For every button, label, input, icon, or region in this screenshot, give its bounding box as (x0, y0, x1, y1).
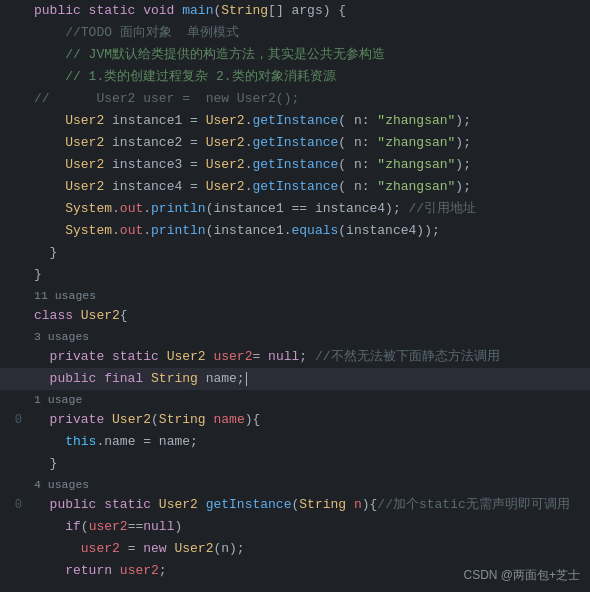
code-line-6: User2 instance1 = User2.getInstance( n: … (0, 110, 590, 132)
code-line-constructor: 0 private User2(String name){ (0, 409, 590, 431)
line-content-class: class User2{ (30, 306, 590, 326)
usage-line-3: 3 usages (0, 327, 590, 346)
watermark: CSDN @两面包+芝士 (463, 567, 580, 584)
usage-text-4: 4 usages (30, 478, 89, 491)
line-content-4: // 1.类的创建过程复杂 2.类的对象消耗资源 (30, 67, 590, 87)
code-line-11: System.out.println(instance1.equals(inst… (0, 220, 590, 242)
code-line-12: } (0, 242, 590, 264)
line-content-9: User2 instance4 = User2.getInstance( n: … (30, 177, 590, 197)
line-content-3: // JVM默认给类提供的构造方法，其实是公共无参构造 (30, 45, 590, 65)
usage-line-4: 4 usages (0, 475, 590, 494)
code-editor: public static void main(String[] args) {… (0, 0, 590, 592)
line-content-5: // User2 user = new User2(); (30, 89, 590, 109)
line-content-newuser2: user2 = new User2(n); (30, 539, 590, 559)
usage-text-11: 11 usages (30, 289, 96, 302)
line-content-this: this.name = name; (30, 432, 590, 452)
line-content-7: User2 instance2 = User2.getInstance( n: … (30, 133, 590, 153)
code-line-if: if(user2==null) (0, 516, 590, 538)
code-line-5: // User2 user = new User2(); (0, 88, 590, 110)
code-line-8: User2 instance3 = User2.getInstance( n: … (0, 154, 590, 176)
code-line-13: } (0, 264, 590, 286)
code-line-name: public final String name; (0, 368, 590, 390)
line-content-11: System.out.println(instance1.equals(inst… (30, 221, 590, 241)
line-content-close-constructor: } (30, 454, 590, 474)
code-line-4: // 1.类的创建过程复杂 2.类的对象消耗资源 (0, 66, 590, 88)
usage-line-1: 1 usage (0, 390, 590, 409)
code-line-7: User2 instance2 = User2.getInstance( n: … (0, 132, 590, 154)
code-line-user2: private static User2 user2= null; //不然无法… (0, 346, 590, 368)
line-content-12: } (30, 243, 590, 263)
line-content-6: User2 instance1 = User2.getInstance( n: … (30, 111, 590, 131)
usage-text-1: 1 usage (30, 393, 82, 406)
code-line-class: class User2{ (0, 305, 590, 327)
usage-text-3: 3 usages (30, 330, 89, 343)
line-content-10: System.out.println(instance1 == instance… (30, 199, 590, 219)
line-content-user2: private static User2 user2= null; //不然无法… (30, 347, 590, 367)
code-line-close-constructor: } (0, 453, 590, 475)
line-content-name: public final String name; (30, 369, 590, 389)
line-content-getinstance: public static User2 getInstance(String n… (30, 495, 590, 515)
code-line-9: User2 instance4 = User2.getInstance( n: … (0, 176, 590, 198)
line-content-if: if(user2==null) (30, 517, 590, 537)
code-line-2: //TODO 面向对象 单例模式 (0, 22, 590, 44)
code-line-getinstance: 0 public static User2 getInstance(String… (0, 494, 590, 516)
code-line-3: // JVM默认给类提供的构造方法，其实是公共无参构造 (0, 44, 590, 66)
line-content-13: } (30, 265, 590, 285)
line-content-8: User2 instance3 = User2.getInstance( n: … (30, 155, 590, 175)
code-line-10: System.out.println(instance1 == instance… (0, 198, 590, 220)
line-content-constructor: private User2(String name){ (30, 410, 590, 430)
line-num-getinstance: 0 (0, 498, 30, 512)
usage-line-11: 11 usages (0, 286, 590, 305)
code-line-1: public static void main(String[] args) { (0, 0, 590, 22)
line-num-constructor: 0 (0, 413, 30, 427)
line-content-1: public static void main(String[] args) { (30, 1, 590, 21)
line-content-2: //TODO 面向对象 单例模式 (30, 23, 590, 43)
code-line-newuser2: user2 = new User2(n); (0, 538, 590, 560)
code-line-this: this.name = name; (0, 431, 590, 453)
